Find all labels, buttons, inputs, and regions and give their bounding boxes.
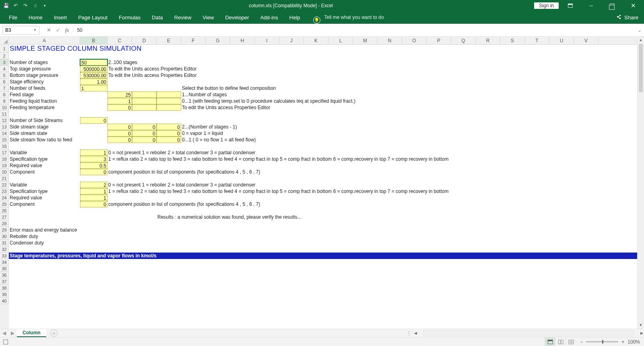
- input-D10[interactable]: [132, 104, 157, 111]
- row-header-38[interactable]: 38: [0, 285, 9, 291]
- row-header-1[interactable]: 1: [0, 45, 9, 53]
- tab-help[interactable]: Help: [284, 12, 306, 24]
- input-C10[interactable]: 0: [107, 104, 132, 111]
- row-header-27[interactable]: 27: [0, 214, 9, 220]
- input-E10[interactable]: [157, 104, 181, 111]
- tab-insert[interactable]: Insert: [48, 12, 73, 24]
- input-C9[interactable]: 1: [107, 98, 132, 104]
- col-header-M[interactable]: M: [353, 37, 378, 44]
- restore-button[interactable]: [603, 0, 621, 11]
- worksheet-grid[interactable]: ABCDEFGHIJKLMNOPQRSTUV 12345678910111213…: [0, 37, 644, 329]
- minimize-button[interactable]: ─: [582, 0, 601, 11]
- new-sheet-button[interactable]: ＋: [50, 329, 58, 337]
- share-button[interactable]: Share: [616, 15, 638, 24]
- input-C15[interactable]: 0: [107, 137, 132, 143]
- undo-icon[interactable]: ↶: [13, 3, 19, 8]
- input-C8[interactable]: 25: [107, 91, 132, 98]
- zoom-level[interactable]: 100%: [627, 339, 640, 345]
- row-header-34[interactable]: 34: [0, 259, 9, 265]
- tab-developer[interactable]: Developer: [219, 12, 254, 24]
- row-header-21[interactable]: 21: [0, 175, 9, 182]
- input-B7[interactable]: 1: [80, 85, 107, 91]
- hsb-handle-icon[interactable]: ⋮: [407, 330, 413, 336]
- row-header-18[interactable]: 18: [0, 156, 9, 162]
- row-header-33[interactable]: 33: [0, 253, 9, 259]
- input-B5[interactable]: 530000.00: [80, 72, 107, 79]
- tab-review[interactable]: Review: [169, 12, 197, 24]
- col-header-G[interactable]: G: [206, 37, 230, 44]
- row-header-14[interactable]: 14: [0, 130, 9, 137]
- row-header-23[interactable]: 23: [0, 188, 9, 195]
- tab-nav-next-icon[interactable]: ▶: [8, 330, 17, 336]
- vertical-scrollbar[interactable]: ▲ ▼: [637, 37, 644, 329]
- select-all-button[interactable]: [0, 37, 9, 45]
- input-D9[interactable]: [132, 98, 157, 104]
- column-headers[interactable]: ABCDEFGHIJKLMNOPQRSTUV: [9, 37, 637, 45]
- tab-home[interactable]: Home: [23, 12, 48, 24]
- row-header-19[interactable]: 19: [0, 162, 9, 169]
- col-header-F[interactable]: F: [181, 37, 206, 44]
- row-header-40[interactable]: 40: [0, 298, 9, 304]
- row-header-24[interactable]: 24: [0, 195, 9, 201]
- qat-more-icon[interactable]: ▾: [42, 3, 47, 8]
- col-header-N[interactable]: N: [378, 37, 402, 44]
- cells-area[interactable]: SIMPLE STAGED COLUMN SIMULATIONNumber of…: [9, 45, 637, 329]
- row-header-2[interactable]: 2: [0, 53, 9, 59]
- input-B20[interactable]: 0: [80, 169, 107, 175]
- input-C13[interactable]: 0: [107, 124, 132, 130]
- row-header-9[interactable]: 9: [0, 98, 9, 104]
- zoom-control[interactable]: − + 100%: [576, 339, 644, 345]
- expand-fbar-icon[interactable]: ⌄: [637, 27, 644, 33]
- redo-icon[interactable]: ↷: [23, 3, 28, 8]
- row-header-10[interactable]: 10: [0, 104, 9, 111]
- row-header-26[interactable]: 26: [0, 207, 9, 214]
- row-header-5[interactable]: 5: [0, 72, 9, 79]
- col-header-B[interactable]: B: [80, 37, 107, 44]
- row-header-7[interactable]: 7: [0, 85, 9, 91]
- fx-icon[interactable]: fx: [65, 27, 69, 33]
- col-header-J[interactable]: J: [279, 37, 304, 44]
- row-header-35[interactable]: 35: [0, 265, 9, 272]
- input-E9[interactable]: [157, 98, 181, 104]
- sheet-tab-column[interactable]: Column: [17, 329, 46, 337]
- row-header-32[interactable]: 32: [0, 246, 9, 253]
- input-B6[interactable]: 1.00: [80, 79, 107, 85]
- close-button[interactable]: ✕: [624, 0, 642, 11]
- input-B22[interactable]: 2: [80, 182, 107, 188]
- row-header-12[interactable]: 12: [0, 117, 9, 124]
- input-B23[interactable]: 1: [80, 188, 107, 195]
- vscroll-thumb[interactable]: [639, 44, 643, 92]
- input-B4[interactable]: 500000.00: [80, 66, 107, 72]
- row-header-36[interactable]: 36: [0, 272, 9, 278]
- input-D15[interactable]: 0: [132, 137, 157, 143]
- row-header-17[interactable]: 17: [0, 149, 9, 156]
- row-header-15[interactable]: 15: [0, 137, 9, 143]
- input-B19[interactable]: 0.5: [80, 162, 107, 169]
- col-header-C[interactable]: C: [107, 37, 132, 44]
- hscroll-track[interactable]: [423, 330, 634, 336]
- row-header-39[interactable]: 39: [0, 291, 9, 298]
- row-header-37[interactable]: 37: [0, 278, 9, 285]
- view-page-layout-button[interactable]: [555, 338, 566, 346]
- row-header-13[interactable]: 13: [0, 124, 9, 130]
- scroll-left-icon[interactable]: ◀: [413, 331, 418, 335]
- view-page-break-button[interactable]: [566, 338, 576, 346]
- col-header-Q[interactable]: Q: [451, 37, 476, 44]
- formula-input[interactable]: 50: [74, 27, 637, 34]
- row-header-29[interactable]: 29: [0, 227, 9, 233]
- horizontal-scrollbar[interactable]: ⋮ ◀ ▶: [407, 330, 644, 337]
- row-header-25[interactable]: 25: [0, 201, 9, 207]
- row-header-4[interactable]: 4: [0, 66, 9, 72]
- zoom-in-button[interactable]: +: [621, 339, 624, 345]
- macro-record-icon[interactable]: [3, 340, 8, 344]
- input-E13[interactable]: 0: [157, 124, 181, 130]
- row-header-20[interactable]: 20: [0, 169, 9, 175]
- row-header-28[interactable]: 28: [0, 220, 9, 227]
- col-header-U[interactable]: U: [549, 37, 574, 44]
- col-header-E[interactable]: E: [157, 37, 181, 44]
- zoom-slider[interactable]: [586, 341, 618, 342]
- row-headers[interactable]: 1234567891011121314151617181920212223242…: [0, 45, 9, 329]
- name-box-dropdown-icon[interactable]: ▼: [33, 28, 37, 32]
- col-header-A[interactable]: A: [9, 37, 80, 44]
- input-B25[interactable]: 0: [80, 201, 107, 207]
